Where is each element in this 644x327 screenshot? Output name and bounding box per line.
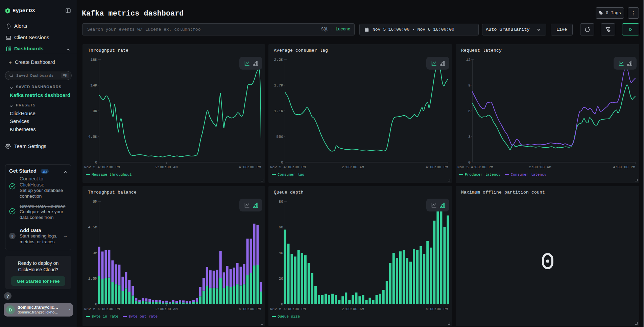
svg-text:0: 0 xyxy=(468,160,471,165)
svg-text:4:00:00 PM: 4:00:00 PM xyxy=(613,165,635,169)
svg-text:2.2K: 2.2K xyxy=(274,57,283,62)
svg-text:40: 40 xyxy=(279,251,283,255)
svg-text:20: 20 xyxy=(279,276,283,281)
svg-text:4.5K: 4.5K xyxy=(88,134,97,139)
svg-text:14K: 14K xyxy=(90,83,97,87)
svg-text:2:00:00 AM: 2:00:00 AM xyxy=(342,307,364,311)
svg-text:Nov 5 4:00:00 PM: Nov 5 4:00:00 PM xyxy=(270,165,306,169)
svg-text:Nov 5 4:00:00 PM: Nov 5 4:00:00 PM xyxy=(84,307,120,311)
svg-text:3: 3 xyxy=(468,134,471,139)
svg-text:9: 9 xyxy=(468,83,471,87)
svg-text:60: 60 xyxy=(279,225,283,229)
svg-text:3M: 3M xyxy=(93,251,97,255)
svg-text:18K: 18K xyxy=(90,57,97,62)
svg-text:12: 12 xyxy=(466,57,471,62)
svg-text:6M: 6M xyxy=(93,199,97,204)
svg-text:0: 0 xyxy=(281,302,283,306)
svg-text:2:00:00 AM: 2:00:00 AM xyxy=(342,165,364,169)
svg-text:1.7K: 1.7K xyxy=(274,83,283,87)
svg-text:2:00:00 AM: 2:00:00 AM xyxy=(529,165,551,169)
svg-text:4:00:00 PM: 4:00:00 PM xyxy=(426,307,448,311)
svg-text:4:00:00 PM: 4:00:00 PM xyxy=(239,307,261,311)
svg-text:80: 80 xyxy=(279,199,283,204)
svg-text:Nov 5 4:00:00 PM: Nov 5 4:00:00 PM xyxy=(270,307,306,311)
svg-text:2:00:00 AM: 2:00:00 AM xyxy=(156,165,178,169)
svg-text:1.1K: 1.1K xyxy=(274,109,283,113)
svg-text:0: 0 xyxy=(281,160,283,165)
svg-text:Nov 5 4:00:00 PM: Nov 5 4:00:00 PM xyxy=(457,165,493,169)
svg-text:4.5M: 4.5M xyxy=(88,225,97,229)
svg-text:9K: 9K xyxy=(93,109,97,113)
svg-text:2:00:00 AM: 2:00:00 AM xyxy=(156,307,178,311)
svg-text:Nov 5 4:00:00 PM: Nov 5 4:00:00 PM xyxy=(84,165,120,169)
svg-text:4:00:00 PM: 4:00:00 PM xyxy=(426,165,448,169)
svg-text:6: 6 xyxy=(468,109,471,113)
svg-text:1.5M: 1.5M xyxy=(88,276,97,281)
svg-text:0: 0 xyxy=(95,160,97,165)
svg-text:4:00:00 PM: 4:00:00 PM xyxy=(239,165,261,169)
svg-text:0: 0 xyxy=(95,302,97,306)
svg-text:550: 550 xyxy=(276,134,283,139)
